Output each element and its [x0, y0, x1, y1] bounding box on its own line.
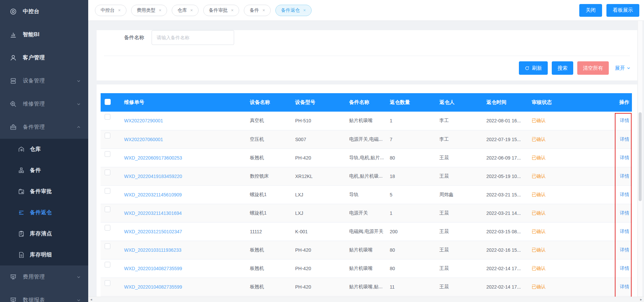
return-person-cell: 王晨	[436, 241, 483, 259]
sidebar-item-label: 维修管理	[23, 101, 45, 108]
sidebar-item-console[interactable]: 中控台	[0, 0, 88, 23]
tab-chip-warehouse[interactable]: 仓库×	[172, 5, 199, 16]
chevron-up-icon	[76, 125, 81, 129]
status-badge: 已确认	[532, 173, 546, 179]
close-icon[interactable]: ×	[262, 8, 265, 13]
sidebar-item-parts-return[interactable]: 备件返仓	[0, 202, 88, 223]
vertical-scrollbar[interactable]	[638, 21, 642, 297]
device-model-cell: S007	[292, 130, 347, 148]
close-icon[interactable]: ×	[231, 8, 234, 13]
refresh-button[interactable]: 刷新	[519, 61, 548, 75]
return-time-cell: 2022-02-14 17...	[483, 278, 528, 296]
detail-link[interactable]: 详情	[620, 284, 629, 289]
row-checkbox[interactable]	[105, 280, 110, 286]
tab-chip-parts-approval[interactable]: 备件审批×	[203, 5, 239, 16]
detail-link[interactable]: 详情	[620, 136, 629, 142]
sidebar-item-warehouse[interactable]: 仓库	[0, 139, 88, 160]
close-icon[interactable]: ×	[190, 8, 193, 13]
detail-link[interactable]: 详情	[620, 210, 629, 216]
search-button[interactable]: 搜索	[552, 61, 573, 75]
sidebar-item-parts-approval[interactable]: 备件审批	[0, 181, 88, 202]
tab-chip-parts[interactable]: 备件×	[244, 5, 271, 16]
tab-chip-label: 中控台	[101, 7, 115, 13]
chevron-down-icon	[76, 275, 81, 279]
sidebar-item-label: 备件返仓	[30, 209, 52, 216]
device-model-cell: PH-510	[292, 112, 347, 130]
status-badge: 已确认	[532, 265, 546, 271]
tab-chip-expense-type[interactable]: 费用类型×	[131, 5, 167, 16]
order-number-link[interactable]: WXD_20220609173600253	[124, 155, 182, 161]
stocktake-icon	[18, 230, 25, 237]
sidebar-item-parts[interactable]: 备件	[0, 160, 88, 181]
close-icon[interactable]: ×	[118, 8, 121, 13]
row-checkbox[interactable]	[105, 188, 110, 194]
return-time-cell: 2022-06-09 17...	[483, 148, 528, 167]
sidebar-item-label: 中控台	[23, 8, 40, 15]
topbar: 中控台× 费用类型× 仓库× 备件审批× 备件× 备件返仓× 关闭 看板展示	[88, 0, 644, 21]
sidebar-item-reports[interactable]: 数据报表	[0, 289, 88, 302]
order-number-link[interactable]: WXD_20220321141301694	[124, 210, 182, 216]
row-checkbox[interactable]	[105, 133, 110, 138]
order-number-link[interactable]: WXD_20220312150102347	[124, 229, 182, 234]
sidebar-item-expenses[interactable]: 费用管理	[0, 265, 88, 289]
row-checkbox[interactable]	[105, 225, 110, 231]
close-icon[interactable]: ×	[159, 8, 162, 13]
detail-link[interactable]: 详情	[620, 229, 629, 234]
row-checkbox[interactable]	[105, 206, 110, 212]
order-number-link[interactable]: WXD_20220104082735599	[124, 284, 182, 290]
detail-link[interactable]: 详情	[620, 173, 629, 179]
tab-chip-console[interactable]: 中控台×	[95, 5, 126, 16]
return-time-cell: 2022-02-14 17...	[483, 259, 528, 278]
status-badge: 已确认	[532, 192, 546, 197]
sidebar-item-customers[interactable]: 客户管理	[0, 46, 88, 69]
close-button[interactable]: 关闭	[579, 4, 602, 17]
detail-link[interactable]: 详情	[620, 192, 629, 197]
expand-toggle[interactable]: 展开	[615, 65, 631, 71]
detail-link[interactable]: 详情	[620, 155, 629, 160]
sidebar-item-bi[interactable]: 智能BI	[0, 23, 88, 46]
order-number-link[interactable]: WXD_20220104082735599	[124, 266, 182, 271]
scroll-right-arrow-icon[interactable]: ▸	[640, 298, 642, 301]
results-table: 维修单号 设备名称 设备型号 备件名称 返仓数量 返仓人 返仓时间 审核状态 操…	[101, 93, 632, 296]
sidebar-item-stocktake[interactable]: 库存清点	[0, 223, 88, 244]
detail-link[interactable]: 详情	[620, 265, 629, 271]
return-qty-cell: 11	[386, 278, 436, 296]
part-name-cell: 贴片机吸嘴	[347, 259, 386, 278]
device-model-cell: PH-420	[292, 278, 347, 296]
part-name-cell: 贴片机吸嘴,贴...	[347, 278, 386, 296]
sidebar-item-spare-parts[interactable]: 备件管理	[0, 116, 88, 139]
row-checkbox[interactable]	[105, 243, 110, 249]
return-time-cell: 2022-03-21 15...	[483, 185, 528, 204]
sidebar-item-repairs[interactable]: 维修管理	[0, 93, 88, 116]
row-checkbox[interactable]	[105, 170, 110, 175]
detail-link[interactable]: 详情	[620, 247, 629, 252]
vertical-scrollbar-thumb[interactable]	[639, 112, 642, 201]
device-name-cell: 空压机	[247, 130, 292, 148]
sidebar-item-devices[interactable]: 设备管理	[0, 69, 88, 93]
detail-link[interactable]: 详情	[620, 118, 629, 123]
order-number-link[interactable]: WXD_20220321145610909	[124, 192, 182, 197]
order-number-link[interactable]: WXD_20220103111936233	[124, 247, 181, 253]
close-icon[interactable]: ×	[303, 8, 306, 13]
row-checkbox[interactable]	[105, 151, 110, 157]
status-badge: 已确认	[532, 229, 546, 234]
scroll-left-arrow-icon[interactable]: ◂	[90, 298, 92, 301]
horizontal-scrollbar[interactable]: ◂ ▸	[88, 297, 644, 302]
sidebar-item-stock-detail[interactable]: 库存明细	[0, 244, 88, 265]
chevron-down-icon	[76, 102, 81, 106]
spare-parts-return-page: { "colors": { "accent": "#1890ff", "dang…	[0, 0, 644, 302]
part-name-input[interactable]	[152, 30, 234, 45]
order-number-link[interactable]: WX202207060001	[124, 137, 163, 142]
board-display-button[interactable]: 看板展示	[606, 4, 639, 17]
part-name-cell: 导轨,电机,贴片...	[347, 148, 386, 167]
row-checkbox[interactable]	[105, 262, 110, 267]
clear-all-button[interactable]: 清空所有	[577, 61, 609, 75]
tab-chip-parts-return[interactable]: 备件返仓×	[275, 5, 312, 16]
order-number-link[interactable]: WXD_20220419183459220	[124, 174, 182, 179]
order-number-link[interactable]: WX202207290001	[124, 118, 163, 123]
device-model-cell: PH-420	[292, 241, 347, 259]
search-panel: 备件名称 刷新 搜索 清空所有 展开	[97, 30, 637, 80]
row-checkbox[interactable]	[105, 114, 110, 120]
select-all-checkbox[interactable]	[105, 99, 111, 105]
device-model-cell: PH-420	[292, 148, 347, 167]
